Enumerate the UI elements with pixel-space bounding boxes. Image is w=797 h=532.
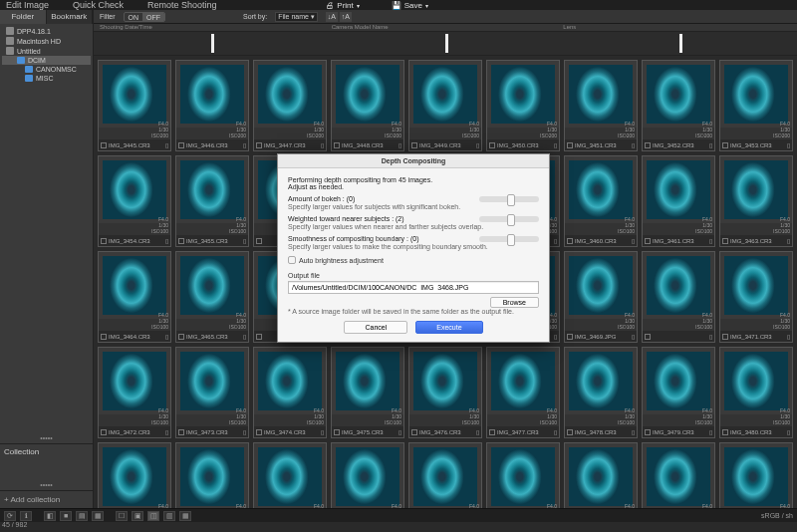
thumbnail-checkbox[interactable] (178, 429, 184, 435)
sort-desc-button[interactable]: ↑A (340, 12, 352, 22)
tree-item-dpp[interactable]: DPP4.18.1 (2, 26, 91, 36)
view-list-button[interactable]: ▤ (76, 511, 88, 521)
layout-2-button[interactable]: ▣ (132, 511, 143, 521)
thumbnail-checkbox[interactable] (101, 142, 107, 148)
thumbnail[interactable]: F4.01/30ISO200IMG_3447.CR3▯ (253, 60, 327, 151)
execute-button[interactable]: Execute (415, 321, 482, 334)
thumbnail[interactable]: F4.01/30ISO100IMG_3463.CR3▯ (719, 155, 793, 247)
tree-item-dcim[interactable]: DCIM (2, 56, 91, 65)
thumbnail[interactable]: F4.01/30ISO100IMG_3473.CR3▯ (175, 347, 249, 438)
thumbnail-checkbox[interactable] (256, 142, 262, 148)
thumbnail-checkbox[interactable] (645, 142, 651, 148)
filter-off[interactable]: OFF (142, 13, 164, 21)
sort-asc-button[interactable]: ↓A (326, 12, 338, 22)
bokeh-slider[interactable] (479, 196, 539, 202)
tree-item-macintosh[interactable]: Macintosh HD (2, 36, 91, 46)
tree-item-misc[interactable]: MISC (2, 74, 91, 83)
thumbnail[interactable]: F4.01/30ISO100IMG_3478.CR3▯ (564, 347, 638, 438)
layout-4-button[interactable]: ▥ (163, 511, 175, 521)
view-detail-button[interactable]: ▦ (92, 511, 104, 521)
scrub-lens[interactable] (563, 32, 797, 55)
tab-bookmark[interactable]: Bookmark (47, 10, 94, 24)
thumbnail[interactable]: F4.01/30ISO100IMG_3461.CR3▯ (642, 155, 715, 247)
smooth-slider[interactable] (479, 236, 539, 242)
thumbnail[interactable]: F4.01/30ISO200IMG_3446.CR3▯ (175, 60, 249, 151)
thumbnail-checkbox[interactable] (645, 238, 651, 244)
auto-brightness-checkbox[interactable]: Auto brightness adjustment (288, 256, 539, 264)
layout-3-button[interactable]: ◫ (147, 511, 159, 521)
thumbnail-checkbox[interactable] (567, 334, 573, 340)
thumbnail[interactable]: F4.01/30ISO200IMG_3453.CR3▯ (719, 60, 793, 151)
meta-lens[interactable]: Lens (561, 24, 793, 31)
thumbnail[interactable]: F4.01/30ISO100IMG_3471.CR3▯ (719, 251, 793, 343)
layout-5-button[interactable]: ▦ (179, 511, 191, 521)
view-dark-button[interactable]: ■ (60, 511, 72, 521)
thumbnail-checkbox[interactable] (178, 238, 184, 244)
thumbnail-checkbox[interactable] (411, 429, 417, 435)
thumbnail-checkbox[interactable] (178, 334, 184, 340)
thumbnail-checkbox[interactable] (256, 238, 262, 244)
sort-select[interactable]: File name ▾ (275, 12, 318, 22)
thumbnail-checkbox[interactable] (178, 142, 184, 148)
output-file-input[interactable] (288, 281, 539, 294)
thumbnail[interactable]: F4.01/30ISO200IMG_3450.CR3▯ (486, 60, 560, 151)
thumbnail[interactable]: F4.01/30ISO200IMG_3451.CR3▯ (564, 60, 638, 151)
thumbnail[interactable]: F4.01/30ISO100IMG_3479.CR3▯ (642, 347, 715, 438)
thumbnail[interactable]: F4.01/30ISO100IMG_3476.CR3▯ (408, 347, 482, 438)
thumbnail[interactable]: F4.01/30ISO200IMG_3448.CR3▯ (331, 60, 404, 151)
sidebar-resize[interactable]: ••••• (0, 432, 93, 443)
cancel-button[interactable]: Cancel (344, 321, 407, 334)
thumbnail[interactable]: F4.01/30ISO200IMG_3452.CR3▯ (642, 60, 715, 151)
thumbnail[interactable]: F4.01/30ISO100IMG_3465.CR3▯ (175, 251, 249, 343)
scrub-date[interactable] (94, 32, 328, 55)
thumbnail-checkbox[interactable] (411, 142, 417, 148)
thumbnail[interactable]: F4.01/30ISO100▯ (719, 442, 793, 508)
thumbnail-checkbox[interactable] (722, 334, 728, 340)
view-thumb-button[interactable]: ◧ (44, 511, 56, 521)
thumbnail[interactable]: F4.01/30ISO100IMG_3475.CR3▯ (331, 347, 404, 438)
thumbnail-checkbox[interactable] (489, 429, 495, 435)
meta-shooting-date[interactable]: Shooting Date/Time (98, 24, 330, 31)
thumbnail-checkbox[interactable] (645, 334, 651, 340)
menu-quick-check[interactable]: Quick Check (73, 0, 124, 10)
thumbnail-checkbox[interactable] (101, 334, 107, 340)
tree-item-canonmsc[interactable]: CANONMSC (2, 65, 91, 74)
save-button[interactable]: 💾 Save ▾ (392, 1, 428, 10)
thumbnail[interactable]: F4.01/30ISO100IMG_3455.CR3▯ (175, 155, 249, 247)
print-button[interactable]: 🖨 Print ▾ (326, 1, 359, 10)
menu-edit-image[interactable]: Edit Image (6, 0, 49, 10)
scrub-model[interactable] (328, 32, 562, 55)
thumbnail[interactable]: F4.01/30ISO200IMG_3449.CR3▯ (408, 60, 482, 151)
thumbnail[interactable]: F4.01/30ISO100IMG_3477.CR3▯ (486, 347, 560, 438)
filter-on[interactable]: ON (125, 13, 143, 21)
thumbnail-checkbox[interactable] (256, 334, 262, 340)
thumbnail[interactable]: F4.01/30ISO200IMG_3445.CR3▯ (98, 60, 171, 151)
thumbnail[interactable]: F4.01/30ISO100▯ (564, 442, 638, 508)
thumbnail[interactable]: F4.01/30ISO100IMG_3472.CR3▯ (98, 347, 171, 438)
thumbnail-checkbox[interactable] (567, 142, 573, 148)
thumbnail[interactable]: F4.01/30ISO100IMG_3454.CR3▯ (98, 155, 171, 247)
thumbnail[interactable]: F4.01/30ISO100IMG_3480.CR3▯ (719, 347, 793, 438)
thumbnail[interactable]: F4.01/30ISO100▯ (98, 442, 171, 508)
filter-toggle[interactable]: ON OFF (124, 12, 166, 22)
sidebar-resize-2[interactable]: ••••• (0, 479, 93, 490)
thumbnail[interactable]: F4.01/30ISO100IMG_3464.CR3▯ (98, 251, 171, 343)
thumbnail[interactable]: F4.01/30ISO100IMG_3460.CR3▯ (564, 155, 638, 247)
thumbnail-checkbox[interactable] (256, 429, 262, 435)
thumbnail[interactable]: F4.01/30ISO100▯ (331, 442, 404, 508)
thumbnail-checkbox[interactable] (645, 429, 651, 435)
thumbnail-checkbox[interactable] (722, 429, 728, 435)
thumbnail-checkbox[interactable] (101, 238, 107, 244)
thumbnail-checkbox[interactable] (101, 429, 107, 435)
thumbnail[interactable]: F4.01/30ISO100▯ (642, 251, 715, 343)
weight-slider[interactable] (479, 216, 539, 222)
add-collection-button[interactable]: + Add collection (0, 490, 93, 508)
thumbnail-checkbox[interactable] (334, 142, 340, 148)
thumbnail-checkbox[interactable] (489, 142, 495, 148)
thumbnail[interactable]: F4.01/30ISO100▯ (253, 442, 327, 508)
thumbnail[interactable]: F4.01/30ISO100▯ (175, 442, 249, 508)
tab-folder[interactable]: Folder (0, 10, 47, 24)
thumbnail-checkbox[interactable] (334, 429, 340, 435)
tree-item-untitled[interactable]: Untitled (2, 46, 91, 56)
thumbnail[interactable]: F4.01/30ISO100IMG_3469.JPG▯ (564, 251, 638, 343)
